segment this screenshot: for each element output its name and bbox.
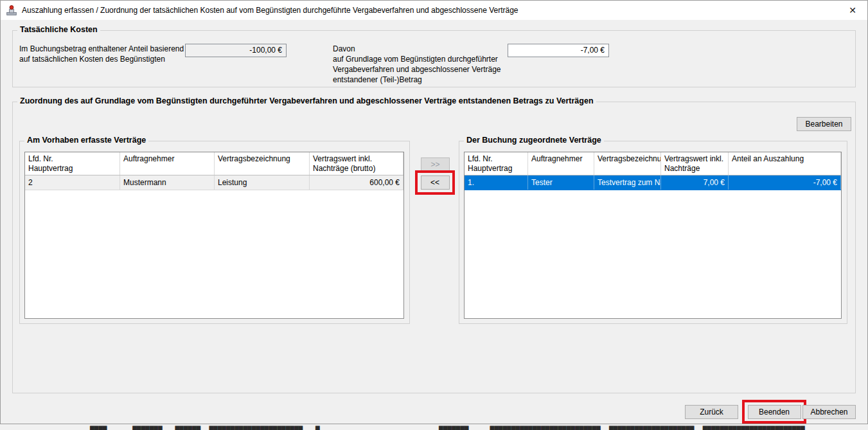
cell-lfd-nr: 1. [465, 175, 528, 190]
booking-amount-label: Im Buchungsbetrag enthaltener Anteil bas… [19, 44, 184, 64]
cell-auftragnehmer: Tester [528, 175, 594, 190]
title-bar: Auszahlung erfassen / Zuordnung der tats… [1, 1, 867, 20]
column-header: Vertragswert inkl. Nachträge (brutto) [661, 152, 729, 175]
assignment-title: Zuordnung des auf Grundlage vom Begünsti… [17, 96, 596, 105]
column-header: Auftragnehmer [528, 152, 594, 175]
cell-vertragswert: 7,00 € [661, 175, 729, 190]
cancel-button[interactable]: Abbrechen [802, 405, 856, 419]
column-header: Lfd. Nr. Hauptvertrag [25, 152, 120, 175]
table-header-row: Lfd. Nr. Hauptvertrag Auftragnehmer Vert… [25, 152, 403, 175]
finish-highlight-box: Beenden [742, 400, 806, 424]
background-window-text-remnant: ▀▀▀▀ ▀▀▀▀▀▀▀ ▀▀▀▀▀▀ ▀▀▀▀▀▀▀▀▀▀▀▀▀▀▀▀▀▀▀▀… [90, 427, 805, 430]
assignment-groupbox: Zuordnung des auf Grundlage vom Begünsti… [12, 102, 856, 393]
actual-costs-groupbox: Tatsächliche Kosten Im Buchungsbetrag en… [12, 30, 856, 87]
finish-button[interactable]: Beenden [748, 405, 801, 419]
partial-amount-label: Davon auf Grundlage vom Begünstigten dur… [333, 44, 501, 85]
move-right-button: >> [421, 157, 450, 172]
actual-costs-title: Tatsächliche Kosten [17, 25, 100, 34]
assigned-contracts-title: Der Buchung zugeordnete Verträge [464, 136, 604, 145]
column-header: Anteil an Auszahlung [729, 152, 841, 175]
app-icon [6, 4, 17, 16]
column-header: Vertragswert inkl. Nachträge (brutto) [310, 152, 403, 175]
background-window-strip: ▀▀▀▀ ▀▀▀▀▀▀▀ ▀▀▀▀▀▀ ▀▀▀▀▀▀▀▀▀▀▀▀▀▀▀▀▀▀▀▀… [0, 425, 868, 430]
table-row-selected[interactable]: 1. Tester Testvertrag zum Nat. VF 7,00 €… [465, 175, 841, 190]
recorded-contracts-table[interactable]: Lfd. Nr. Hauptvertrag Auftragnehmer Vert… [24, 152, 404, 319]
recorded-contracts-groupbox: Am Vorhaben erfasste Verträge Lfd. Nr. H… [19, 141, 410, 324]
partial-amount-field[interactable]: -7,00 € [508, 44, 609, 57]
close-icon[interactable]: ✕ [838, 1, 867, 20]
table-header-row: Lfd. Nr. Hauptvertrag Auftragnehmer Vert… [465, 152, 841, 175]
cell-lfd-nr: 2 [25, 175, 120, 190]
booking-amount-field: -100,00 € [185, 44, 287, 57]
back-button[interactable]: Zurück [685, 405, 738, 419]
cell-auftragnehmer: Mustermann [120, 175, 215, 190]
move-left-highlight-box: << [415, 170, 455, 195]
edit-button[interactable]: Bearbeiten [797, 117, 851, 131]
table-row[interactable]: 2 Mustermann Leistung 600,00 € [25, 175, 403, 190]
assigned-contracts-table[interactable]: Lfd. Nr. Hauptvertrag Auftragnehmer Vert… [464, 152, 842, 319]
column-header: Auftragnehmer [120, 152, 215, 175]
cell-anteil: -7,00 € [729, 175, 841, 190]
recorded-contracts-title: Am Vorhaben erfasste Verträge [24, 136, 148, 145]
payment-allocation-dialog: Auszahlung erfassen / Zuordnung der tats… [0, 0, 868, 424]
assigned-contracts-groupbox: Der Buchung zugeordnete Verträge Lfd. Nr… [459, 141, 847, 324]
cell-vertragsbezeichnung: Testvertrag zum Nat. VF [594, 175, 661, 190]
cell-vertragsbezeichnung: Leistung [215, 175, 310, 190]
cell-vertragswert: 600,00 € [310, 175, 403, 190]
column-header: Vertragsbezeichnung [215, 152, 310, 175]
column-header: Vertragsbezeichnung [594, 152, 661, 175]
move-left-button[interactable]: << [421, 175, 450, 190]
window-title: Auszahlung erfassen / Zuordnung der tats… [22, 1, 518, 20]
column-header: Lfd. Nr. Hauptvertrag [465, 152, 528, 175]
